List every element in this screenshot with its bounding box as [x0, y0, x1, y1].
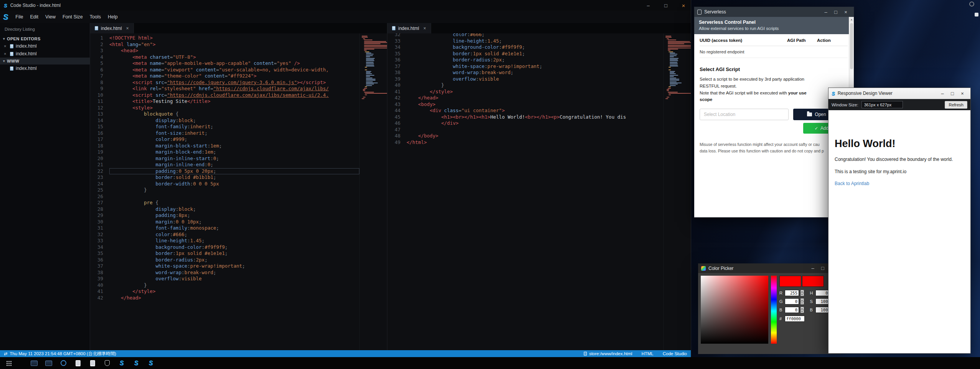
restore-button[interactable]: □: [659, 0, 673, 11]
taskbar-icon-document-1[interactable]: [72, 358, 84, 368]
taskbar-icon-browser-ring[interactable]: [58, 358, 69, 368]
minimize-button[interactable]: –: [821, 9, 831, 15]
taskbar-icon-code-studio-3[interactable]: [145, 358, 156, 368]
agi-form: Open ✓ Add: [700, 109, 848, 134]
hex-input[interactable]: ff0000: [785, 316, 805, 322]
minimap[interactable]: [359, 33, 387, 350]
sidebar-title: Directory Listing: [0, 25, 90, 35]
color-picker-titlebar[interactable]: Color Picker – □ ×: [698, 263, 841, 273]
minimize-button[interactable]: –: [937, 91, 947, 96]
close-button[interactable]: ×: [957, 91, 967, 96]
menu-file[interactable]: File: [12, 12, 26, 22]
editor-tab[interactable]: index.html×: [90, 23, 134, 33]
taskbar-icon-code-studio-1[interactable]: [116, 358, 127, 368]
status-bar: ⇄ Thu May 11 2023 21:54:48 GMT+0800 (台北標…: [0, 350, 691, 357]
status-app-name: Code Studio: [663, 351, 687, 356]
field-input[interactable]: 100: [815, 307, 830, 313]
refresh-button[interactable]: Refresh: [945, 101, 967, 109]
status-language[interactable]: HTML: [641, 351, 653, 356]
code-area[interactable]: 1234567891011121314151617181920212223242…: [90, 33, 387, 350]
file-icon: [10, 52, 13, 56]
close-button[interactable]: ×: [841, 9, 851, 15]
menu-help[interactable]: Help: [104, 12, 121, 22]
minimize-button[interactable]: –: [808, 265, 818, 271]
minimize-button[interactable]: –: [641, 0, 656, 11]
section-www[interactable]: ▾WWW: [0, 58, 90, 65]
code-area[interactable]: 323334353637383940414243444546474849 col…: [387, 33, 691, 350]
color-picker-icon: [701, 266, 706, 271]
field-input[interactable]: 100: [815, 298, 830, 304]
page-paragraph-1: Congratulation! You discovered the bound…: [835, 156, 964, 163]
gear-icon[interactable]: [969, 2, 974, 7]
maximize-button[interactable]: □: [831, 9, 841, 15]
taskbar: [0, 357, 980, 369]
page-heading: Hello World!: [835, 138, 964, 150]
field-input[interactable]: 255: [785, 290, 799, 296]
responsive-titlebar[interactable]: Responsive Design Viewer – □ ×: [828, 88, 970, 99]
hue-slider[interactable]: [771, 276, 777, 344]
back-link[interactable]: Back to Aprintlab: [835, 181, 869, 186]
menu-tools[interactable]: Tools: [86, 12, 104, 22]
tab-close-icon[interactable]: ×: [423, 26, 426, 31]
field-input[interactable]: 0: [785, 298, 799, 304]
scroll-thumb[interactable]: [850, 23, 853, 69]
file-icon: [392, 26, 395, 30]
add-label: Add: [820, 126, 828, 131]
section-label: OPEN EDITORS: [7, 36, 41, 41]
field-label: B: [779, 308, 783, 312]
editor-tab[interactable]: index.html×: [387, 23, 431, 33]
panel-title: Serverless Control Panel: [699, 20, 849, 25]
warning-line-2: data loss. Please use this function with…: [700, 149, 824, 153]
menu-font-size[interactable]: Font Size: [59, 12, 86, 22]
sync-icon[interactable]: ⇄: [4, 351, 7, 356]
window-title: Responsive Design Viewer: [838, 91, 893, 96]
taskbar-icon-code-studio-2[interactable]: [130, 358, 142, 368]
line-numbers: 1234567891011121314151617181920212223242…: [90, 35, 108, 350]
serverless-titlebar[interactable]: Serverless – □ ×: [694, 7, 854, 17]
color-picker-body: R255H0G0S100B0B100 # ff0000: [698, 273, 841, 354]
minimap[interactable]: [663, 33, 691, 350]
taskbar-icon-document-2[interactable]: [87, 358, 98, 368]
file-item[interactable]: ×index.html: [0, 42, 90, 50]
taskbar-icon-window-2[interactable]: [43, 358, 54, 368]
maximize-button[interactable]: □: [818, 265, 828, 271]
sidebar-tree: ▾OPEN EDITORS×index.html×index.html▾WWWi…: [0, 35, 90, 72]
file-item[interactable]: index.html: [0, 65, 90, 72]
stepper-icon[interactable]: [800, 298, 804, 304]
status-file[interactable]: store:/www/index.html: [584, 351, 632, 356]
warning-text: Misuse of serverless function might affe…: [700, 141, 848, 154]
column-header-agi-path: AGI Path: [787, 38, 817, 43]
field-label: S: [810, 299, 814, 304]
saturation-area[interactable]: [701, 276, 768, 344]
field-r: R255: [779, 290, 808, 296]
taskbar-icon-shield[interactable]: [101, 358, 113, 368]
responsive-viewer-window: Responsive Design Viewer – □ × Window Si…: [828, 88, 971, 354]
file-icon: [10, 44, 13, 48]
agi-note: Select a script to be executed by 3rd pa…: [700, 76, 848, 103]
close-icon[interactable]: ×: [4, 51, 8, 56]
close-icon[interactable]: ×: [4, 44, 8, 48]
tab-label: index.html: [398, 26, 419, 31]
file-item[interactable]: ×index.html: [0, 50, 90, 58]
taskbar-icon-window-1[interactable]: [28, 358, 40, 368]
desktop-tile-icon[interactable]: [975, 13, 978, 17]
taskbar-icon-apps-grid[interactable]: [3, 358, 15, 368]
field-input[interactable]: 0: [815, 290, 830, 296]
section-open-editors[interactable]: ▾OPEN EDITORS: [0, 35, 90, 42]
location-input[interactable]: [700, 109, 789, 120]
select-agi-heading: Select AGI Script: [700, 66, 848, 72]
menu-view[interactable]: View: [42, 12, 59, 22]
window-size-input[interactable]: [861, 101, 903, 108]
main-titlebar[interactable]: Code Studio - index.html – □ ×: [0, 0, 691, 11]
column-header-action: Action: [817, 38, 848, 43]
tab-close-icon[interactable]: ×: [126, 26, 129, 31]
maximize-button[interactable]: □: [947, 91, 957, 96]
serverless-icon: [697, 10, 702, 15]
close-button[interactable]: ×: [676, 0, 691, 11]
stepper-icon[interactable]: [800, 290, 804, 296]
scroll-up-icon[interactable]: ▲: [849, 17, 854, 22]
field-input[interactable]: 0: [785, 307, 799, 313]
hex-label: #: [779, 316, 783, 321]
menu-edit[interactable]: Edit: [27, 12, 42, 22]
stepper-icon[interactable]: [800, 307, 804, 313]
